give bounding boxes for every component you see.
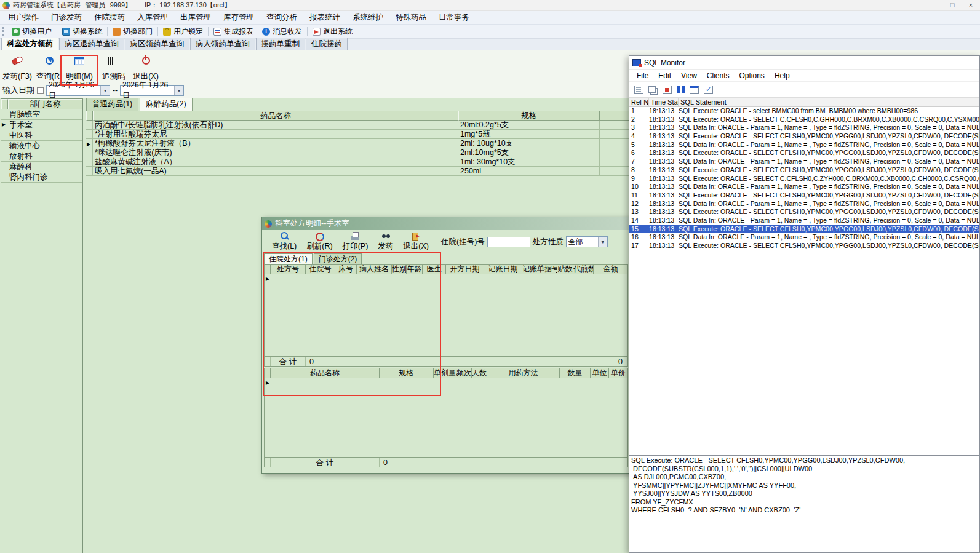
module-tab[interactable]: 病区退药单查询 (59, 38, 124, 50)
department-row[interactable]: 胃肠镜室 (1, 109, 82, 120)
menu-item[interactable]: 住院摆药 (88, 12, 131, 23)
app-titlebar[interactable]: 药房管理系统【西药房--管理员--9999】 ---- IP： 192.168.… (0, 0, 980, 11)
drug-category-tab[interactable]: 普通药品(1) (86, 98, 138, 111)
drug-row[interactable]: 盐酸麻黄碱注射液（A） 1ml: 30mg*10支 (86, 157, 678, 167)
sql-monitor-titlebar[interactable]: SQL Monitor (629, 56, 979, 70)
sql-row[interactable]: 13 18:13:13 SQL Execute: ORACLE - SELECT… (629, 208, 979, 217)
department-row[interactable]: 输液中心 (1, 141, 82, 151)
sql-row[interactable]: 4 18:13:13 SQL Execute: ORACLE - SELECT … (629, 132, 979, 141)
sql-row[interactable]: 12 18:13:13 SQL Data In: ORACLE - Param … (629, 200, 979, 209)
menu-item[interactable]: 报表统计 (303, 12, 346, 23)
query-button[interactable]: 查询(R) (34, 54, 64, 83)
close-button[interactable]: × (962, 0, 980, 11)
sql-row[interactable]: 15 18:13:13 SQL Execute: ORACLE - SELECT… (629, 225, 979, 234)
message-button[interactable]: 消息收发 (258, 26, 306, 37)
snapshot-icon[interactable] (663, 86, 672, 94)
integrated-report-button[interactable]: 集成报表 (209, 26, 258, 37)
menu-item[interactable]: 出库管理 (174, 12, 217, 23)
drug-row[interactable]: *枸橼酸舒芬太尼注射液（B） 2ml: 10ug*10支 (86, 139, 678, 148)
sql-menu-item[interactable]: Clients (702, 71, 735, 80)
department-row[interactable]: 中医科 (1, 130, 82, 141)
sql-row[interactable]: 6 18:13:13 SQL Execute: ORACLE - SELECT … (629, 149, 979, 157)
sql-row[interactable]: 10 18:13:13 SQL Data In: ORACLE - Param … (629, 183, 979, 191)
find-button[interactable]: 查找(L) (272, 232, 297, 252)
filter-icon[interactable] (704, 86, 713, 94)
sql-menu-item[interactable]: View (676, 71, 702, 80)
sql-row[interactable]: 17 18:13:13 SQL Execute: ORACLE - SELECT… (629, 242, 979, 250)
drug-row[interactable]: 吸入用七氟烷(一品A) 250ml (86, 167, 678, 176)
sql-row[interactable]: 2 18:13:13 SQL Execute: ORACLE - SELECT … (629, 116, 979, 124)
sql-row[interactable]: 8 18:13:13 SQL Execute: ORACLE - SELECT … (629, 166, 979, 175)
drug-row[interactable]: *咪达唑仑注射液(庆韦) 2ml:10mg*5支 (86, 148, 678, 157)
drug-category-tab[interactable]: 麻醉药品(2) (140, 98, 192, 111)
user-lock-button[interactable]: 用户锁定 (159, 26, 207, 37)
module-tab[interactable]: 摆药单重制 (256, 38, 306, 50)
sql-row[interactable]: 9 18:13:13 SQL Execute: ORACLE - SELECT … (629, 175, 979, 183)
refresh-button[interactable]: 刷新(R) (306, 232, 332, 252)
drug-row[interactable]: *注射用盐酸瑞芬太尼 1mg*5瓶 (86, 130, 678, 139)
exit-system-button[interactable]: 退出系统 (308, 26, 357, 37)
detail-button[interactable]: 明细(M) (64, 54, 95, 83)
prescription-grid-body[interactable] (265, 274, 627, 356)
menu-item[interactable]: 日常事务 (432, 12, 476, 23)
chevron-down-icon[interactable] (174, 86, 183, 95)
menu-item[interactable]: 系统维护 (346, 12, 389, 23)
sql-row[interactable]: 5 18:13:13 SQL Data In: ORACLE - Param =… (629, 141, 979, 149)
tile-windows-icon[interactable] (690, 86, 699, 94)
chevron-down-icon[interactable] (100, 86, 110, 95)
prescription-type-tab[interactable]: 住院处方(1) (264, 253, 313, 264)
sql-row[interactable]: 11 18:13:13 SQL Execute: ORACLE - SELECT… (629, 191, 979, 200)
dispense-button[interactable]: 发药(F3) (0, 54, 34, 83)
menu-item[interactable]: 查询分析 (260, 12, 303, 23)
prescription-type-tab[interactable]: 门诊处方(2) (314, 253, 362, 264)
print-button[interactable]: 打印(P) (343, 232, 368, 252)
copy-icon[interactable] (648, 86, 656, 93)
sql-menu-item[interactable]: Help (770, 71, 795, 80)
module-tab[interactable]: 住院摆药 (306, 38, 348, 50)
new-log-icon[interactable] (634, 86, 643, 94)
date-to-picker[interactable]: 2026年 1月26日 (120, 85, 184, 96)
module-tab[interactable]: 病区领药单查询 (125, 38, 190, 50)
switch-user-button[interactable]: 切换用户 (7, 26, 56, 37)
dialog-dispense-button[interactable]: 发药 (378, 232, 393, 252)
sql-menu-item[interactable]: Edit (653, 71, 676, 80)
trace-code-button[interactable]: 追溯码 (97, 54, 130, 83)
minimize-button[interactable]: — (925, 0, 943, 11)
chevron-down-icon[interactable] (598, 237, 607, 247)
sql-row[interactable]: 14 18:13:13 SQL Data In: ORACLE - Param … (629, 217, 979, 225)
department-row[interactable]: 放射科 (1, 151, 82, 162)
ref-no-column-header[interactable]: Ref No. (629, 98, 649, 106)
date-filter-checkbox[interactable] (37, 87, 44, 94)
date-from-picker[interactable]: 2026年 1月26日 (46, 85, 110, 96)
dialog-titlebar[interactable]: 科室处方明细--手术室 (262, 217, 630, 230)
menu-item[interactable]: 用户操作 (2, 12, 45, 23)
switch-system-button[interactable]: 切换系统 (58, 26, 106, 37)
sql-row[interactable]: 7 18:13:13 SQL Data In: ORACLE - Param =… (629, 157, 979, 166)
dialog-exit-button[interactable]: 退出(X) (403, 232, 429, 252)
sql-row[interactable]: 16 18:13:13 SQL Data In: ORACLE - Param … (629, 233, 979, 242)
sql-menu-item[interactable]: Options (735, 71, 770, 80)
admission-number-input[interactable] (487, 237, 530, 247)
module-tab[interactable]: 病人领药单查询 (190, 38, 255, 50)
sql-statement-column-header[interactable]: SQL Statement (679, 98, 979, 106)
sql-menu-item[interactable]: File (632, 71, 653, 80)
menu-item[interactable]: 库存管理 (217, 12, 260, 23)
department-row[interactable]: 肾内科门诊 (1, 172, 82, 183)
maximize-button[interactable]: □ (943, 0, 962, 11)
sql-row-ref: 17 (629, 242, 649, 250)
department-row[interactable]: 手术室 (1, 120, 82, 130)
drug-row[interactable]: 丙泊酚中/长链脂肪乳注射液(依石舒D) 20ml:0.2g*5支 (86, 121, 678, 130)
menu-item[interactable]: 入库管理 (131, 12, 174, 23)
module-tab[interactable]: 科室处方领药 (1, 38, 58, 50)
time-stamp-column-header[interactable]: Time Stamp (649, 98, 679, 106)
menu-item[interactable]: 特殊药品 (389, 12, 432, 23)
exit-button[interactable]: 退出(X) (130, 54, 161, 83)
department-row[interactable]: 麻醉科 (1, 162, 82, 172)
prescription-drug-grid-body[interactable] (265, 378, 627, 457)
menu-item[interactable]: 门诊发药 (45, 12, 88, 23)
sql-row[interactable]: 3 18:13:13 SQL Data In: ORACLE - Param =… (629, 124, 979, 132)
switch-department-button[interactable]: 切换部门 (108, 26, 157, 37)
prescription-nature-select[interactable]: 全部 (566, 236, 608, 247)
pause-icon[interactable] (677, 86, 685, 93)
sql-row[interactable]: 1 18:13:13 SQL Execute: ORACLE - select … (629, 107, 979, 116)
